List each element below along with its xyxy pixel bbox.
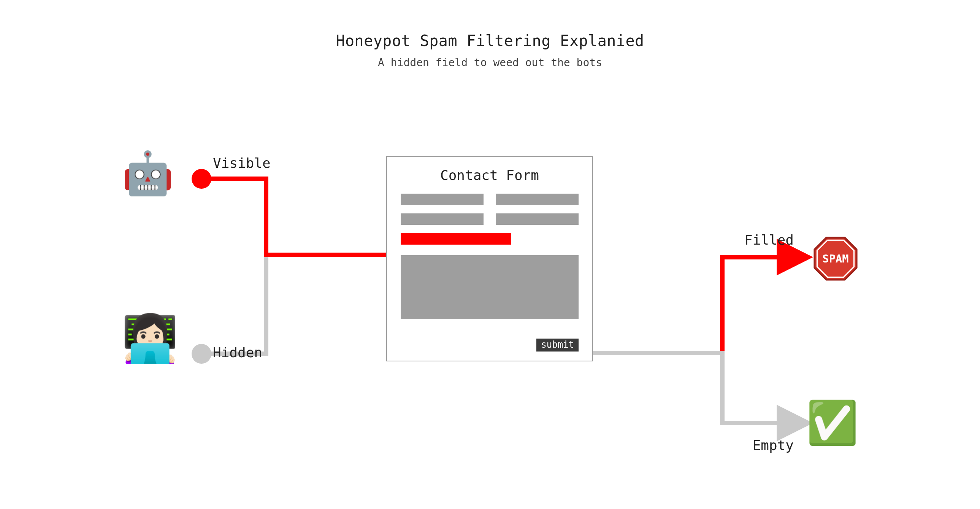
spam-sign-icon: SPAM xyxy=(813,236,858,283)
robot-icon: 🤖 xyxy=(122,152,174,194)
label-empty: Empty xyxy=(752,437,794,453)
spam-text: SPAM xyxy=(822,252,848,265)
human-start-dot xyxy=(192,344,212,364)
output-filled-path xyxy=(580,257,806,353)
form-field xyxy=(401,194,484,205)
honeypot-field xyxy=(401,233,511,245)
form-heading: Contact Form xyxy=(401,168,579,183)
form-fields-grid xyxy=(401,194,579,225)
submit-button: submit xyxy=(536,338,579,351)
human-path xyxy=(202,255,386,354)
form-field xyxy=(401,214,484,225)
label-hidden: Hidden xyxy=(213,345,262,360)
form-field xyxy=(496,214,579,225)
form-field xyxy=(496,194,579,205)
label-filled: Filled xyxy=(744,232,794,248)
page-subtitle: A hidden field to weed out the bots xyxy=(0,56,980,69)
contact-form-card: Contact Form submit xyxy=(386,156,593,361)
human-icon: 👩🏻‍💻 xyxy=(122,316,179,361)
form-textarea xyxy=(401,255,579,319)
page-title: Honeypot Spam Filtering Explanied xyxy=(0,32,980,49)
bot-start-dot xyxy=(192,169,212,189)
output-empty-path xyxy=(580,353,806,423)
label-visible: Visible xyxy=(213,155,270,171)
check-icon: ✅ xyxy=(806,402,858,444)
diagram-stage: Honeypot Spam Filtering Explanied A hidd… xyxy=(0,0,980,509)
